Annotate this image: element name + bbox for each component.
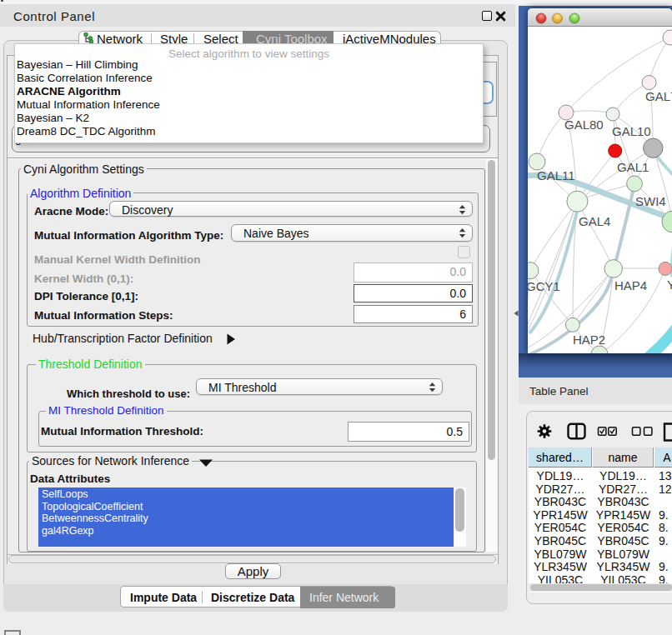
svg-text:GAL7: GAL7 (645, 89, 672, 103)
svg-text:GAL1: GAL1 (617, 160, 649, 174)
svg-text:GAL10: GAL10 (612, 124, 651, 138)
svg-text:HAP4: HAP4 (614, 278, 647, 292)
svg-text:HAP2: HAP2 (573, 332, 605, 347)
svg-text:GAL4: GAL4 (579, 214, 610, 228)
svg-text:GCY1: GCY1 (528, 279, 560, 293)
svg-text:GAL80: GAL80 (564, 118, 604, 132)
svg-text:GAL11: GAL11 (537, 168, 575, 182)
svg-text:SWI4: SWI4 (635, 194, 666, 208)
svg-text:Y: Y (667, 278, 672, 292)
